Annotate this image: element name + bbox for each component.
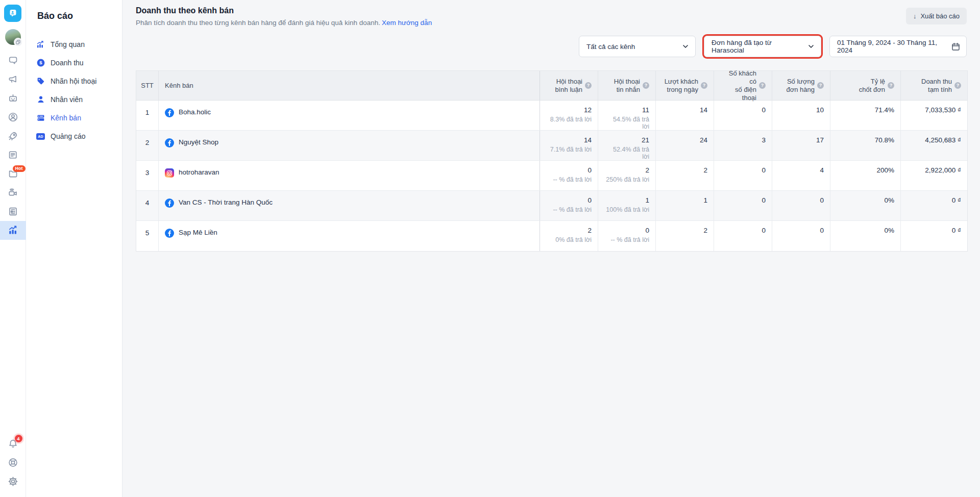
cell-close-rate: 70.8% bbox=[830, 131, 901, 160]
channel-name: Sạp Mê Liền bbox=[179, 229, 217, 236]
col-header-orders: Số lượngđơn hàng? bbox=[772, 71, 830, 100]
workspace-switcher-icon bbox=[14, 38, 22, 46]
cell-phone-customers: 0 bbox=[714, 161, 772, 190]
sidebar-item-kenh-ban[interactable]: Kênh bán bbox=[36, 109, 116, 127]
analytics-icon[interactable] bbox=[0, 221, 26, 240]
info-icon[interactable]: ? bbox=[954, 82, 961, 89]
cell-channel: hotroharavan bbox=[159, 161, 540, 190]
sidebar-item-quang-cao[interactable]: AD Quảng cáo bbox=[36, 127, 116, 145]
newspaper-icon[interactable] bbox=[0, 145, 26, 164]
cell-comment-conversations: 0-- % đã trả lời bbox=[540, 161, 598, 190]
table-header: STTKênh bánHội thoạibình luận?Hội thoạit… bbox=[136, 71, 967, 101]
guide-link[interactable]: Xem hướng dẫn bbox=[382, 19, 432, 27]
cell-revenue: 0 ₫ bbox=[901, 221, 967, 251]
cell-phone-customers: 3 bbox=[714, 131, 772, 160]
facebook-icon bbox=[165, 138, 174, 147]
info-icon[interactable]: ? bbox=[643, 82, 649, 89]
cell-daily-visitors: 2 bbox=[656, 161, 714, 190]
cell-channel: Boha.holic bbox=[159, 101, 540, 130]
person-icon bbox=[36, 95, 45, 104]
cell-message-conversations: 0-- % đã trả lời bbox=[598, 221, 656, 251]
page-subtitle: Phân tích doanh thu theo từng kênh bán h… bbox=[136, 19, 967, 27]
overview-chart-icon bbox=[36, 40, 45, 49]
cell-daily-visitors: 2 bbox=[656, 221, 714, 251]
revenue-by-channel-table: STTKênh bánHội thoạibình luận?Hội thoạit… bbox=[136, 70, 968, 252]
sidebar-item-tong-quan[interactable]: Tổng quan bbox=[36, 35, 116, 54]
cell-close-rate: 0% bbox=[830, 191, 901, 220]
svg-text:$: $ bbox=[39, 60, 42, 65]
cell-message-conversations: 1154.5% đã trả lời bbox=[598, 101, 656, 130]
cell-channel: Van CS - Thời trang Hàn Quốc bbox=[159, 191, 540, 220]
cell-message-conversations: 2250% đã trả lời bbox=[598, 161, 656, 190]
download-arrow-icon: ↓ bbox=[913, 12, 917, 20]
cell-daily-visitors: 14 bbox=[656, 101, 714, 130]
info-icon[interactable]: ? bbox=[701, 82, 707, 89]
cell-stt: 5 bbox=[136, 221, 159, 251]
sidebar-item-label: Quảng cáo bbox=[51, 132, 86, 140]
main-content: Doanh thu theo kênh bán Phân tích doanh … bbox=[122, 0, 980, 497]
instagram-icon bbox=[165, 168, 174, 178]
rail-bottom-group: 4 bbox=[0, 434, 26, 491]
rail-icon-group: Hot bbox=[0, 51, 26, 240]
icon-rail: Hot 4 bbox=[0, 0, 26, 497]
filter-bar: Tất cả các kênh Đơn hàng đã tạo từ Haras… bbox=[136, 36, 967, 57]
channel-name: Van CS - Thời trang Hàn Quốc bbox=[179, 198, 273, 206]
avatar[interactable] bbox=[5, 29, 21, 45]
table-body: 1Boha.holic128.3% đã trả lời1154.5% đã t… bbox=[136, 101, 967, 251]
chevron-down-icon bbox=[807, 43, 815, 50]
megaphone-icon[interactable] bbox=[0, 70, 26, 89]
sidebar-item-label: Nhân viên bbox=[51, 95, 83, 104]
col-header-close_rate: Tỷ lệchốt đơn? bbox=[830, 71, 901, 100]
order-invoice-icon[interactable] bbox=[0, 202, 26, 221]
channel-filter-dropdown[interactable]: Tất cả các kênh bbox=[579, 36, 696, 57]
col-header-message: Hội thoạitin nhắn? bbox=[598, 71, 656, 100]
channels-icon bbox=[36, 114, 45, 122]
person-circle-icon[interactable] bbox=[0, 108, 26, 127]
hot-badge: Hot bbox=[13, 165, 26, 172]
chatbot-icon[interactable] bbox=[0, 89, 26, 108]
sidebar-item-nhan-vien[interactable]: Nhân viên bbox=[36, 90, 116, 109]
info-icon[interactable]: ? bbox=[585, 82, 592, 89]
tag-icon bbox=[36, 77, 45, 86]
info-icon[interactable]: ? bbox=[817, 82, 824, 89]
sidebar-item-label: Doanh thu bbox=[51, 59, 84, 67]
help-globe-icon[interactable] bbox=[0, 453, 26, 472]
chevron-down-icon bbox=[682, 43, 689, 50]
channel-name: Boha.holic bbox=[179, 108, 211, 116]
cell-orders: 0 bbox=[772, 191, 830, 220]
folder-icon[interactable]: Hot bbox=[0, 164, 26, 183]
cell-orders: 4 bbox=[772, 161, 830, 190]
sidebar-item-nhan-hoi-thoai[interactable]: Nhãn hội thoại bbox=[36, 72, 116, 90]
cell-stt: 1 bbox=[136, 101, 159, 130]
date-range-picker[interactable]: 01 Tháng 9, 2024 - 30 Tháng 11, 2024 bbox=[829, 36, 967, 57]
export-report-button[interactable]: ↓ Xuất báo cáo bbox=[906, 8, 967, 24]
bell-icon[interactable]: 4 bbox=[0, 434, 26, 453]
info-icon[interactable]: ? bbox=[888, 82, 894, 89]
channel-name: Nguyệt Shop bbox=[179, 138, 218, 146]
page-head: Doanh thu theo kênh bán Phân tích doanh … bbox=[136, 0, 967, 27]
gear-icon[interactable] bbox=[0, 472, 26, 491]
cell-channel: Sạp Mê Liền bbox=[159, 221, 540, 251]
cell-phone-customers: 0 bbox=[714, 221, 772, 251]
chat-icon[interactable] bbox=[0, 51, 26, 70]
col-header-channel: Kênh bán bbox=[159, 71, 540, 100]
cell-revenue: 0 ₫ bbox=[901, 191, 967, 220]
cell-comment-conversations: 147.1% đã trả lời bbox=[540, 131, 598, 160]
sidebar-item-label: Kênh bán bbox=[51, 114, 81, 122]
cell-channel: Nguyệt Shop bbox=[159, 131, 540, 160]
sidebar-item-doanh-thu[interactable]: $ Doanh thu bbox=[36, 54, 116, 72]
report-sidebar: Báo cáo Tổng quan $ Doanh thu Nhãn hội t… bbox=[26, 0, 122, 497]
notification-badge: 4 bbox=[15, 435, 22, 442]
cell-phone-customers: 0 bbox=[714, 101, 772, 130]
info-icon[interactable]: ? bbox=[759, 82, 766, 89]
col-header-revenue: Doanh thutạm tính? bbox=[901, 71, 967, 100]
col-header-phone_customers: Số khách cósố điện thoại? bbox=[714, 71, 772, 100]
cell-revenue: 2,922,000 ₫ bbox=[901, 161, 967, 190]
order-source-filter-dropdown[interactable]: Đơn hàng đã tạo từ Harasocial bbox=[704, 36, 821, 57]
app-logo[interactable] bbox=[4, 5, 21, 22]
channel-name: hotroharavan bbox=[179, 168, 219, 176]
rocket-icon[interactable] bbox=[0, 127, 26, 145]
cell-close-rate: 200% bbox=[830, 161, 901, 190]
video-camera-icon[interactable] bbox=[0, 183, 26, 202]
cell-phone-customers: 0 bbox=[714, 191, 772, 220]
